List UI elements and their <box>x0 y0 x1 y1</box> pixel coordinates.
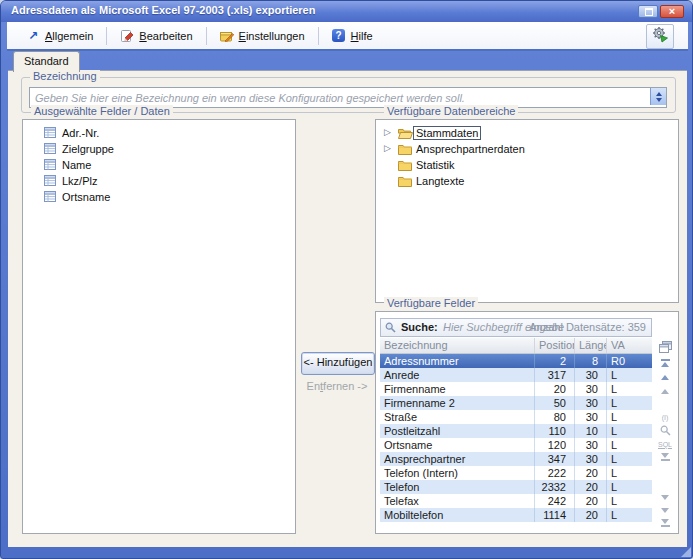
remove-button[interactable]: Entfernen -> <box>301 380 373 396</box>
restore-icon <box>645 8 653 16</box>
cell-position: 222 <box>535 466 575 480</box>
field-row[interactable]: Adressnummer28R0 <box>380 354 652 368</box>
column-header-bezeichnung[interactable]: Bezeichnung <box>380 338 535 353</box>
cell-bezeichnung: Telefon <box>380 480 535 494</box>
cell-position: 242 <box>535 494 575 508</box>
tab-standard[interactable]: Standard <box>13 51 80 72</box>
field-row[interactable]: Anrede31730L <box>380 368 652 382</box>
restore-button[interactable] <box>638 5 658 18</box>
cell-va: L <box>607 466 652 480</box>
selected-field-item[interactable]: Name <box>23 157 295 173</box>
cell-bezeichnung: Straße <box>380 410 535 424</box>
search-label: Suche: <box>401 321 438 333</box>
field-row[interactable]: Telefax24220L <box>380 494 652 508</box>
sql-icon[interactable]: SQL <box>657 438 673 451</box>
grid-side-toolbar: (I) SQL <box>655 338 677 530</box>
bezeichnung-spinner[interactable] <box>650 88 666 105</box>
available-fields-panel: Verfügbare Felder Suche: Hier Suchbegrif… <box>375 311 679 534</box>
tree-item[interactable]: Langtexte <box>376 174 678 190</box>
cell-bezeichnung: Firmenname 2 <box>380 396 535 410</box>
cell-laenge: 30 <box>575 368 607 382</box>
field-row[interactable]: Firmenname2030L <box>380 382 652 396</box>
cell-position: 20 <box>535 382 575 396</box>
tree-item[interactable]: Statistik <box>376 158 678 174</box>
cell-bezeichnung: Ortsname <box>380 438 535 452</box>
hilfe-icon: ? <box>332 29 346 43</box>
move-last-icon[interactable] <box>657 517 673 530</box>
field-row[interactable]: Telefon233220L <box>380 480 652 494</box>
selected-field-label: Zielgruppe <box>62 143 114 155</box>
selected-field-label: Ortsname <box>62 191 110 203</box>
available-fields-label: Verfügbare Felder <box>384 297 478 309</box>
cell-laenge: 10 <box>575 424 607 438</box>
menu-einstellungen[interactable]: Einstellungen <box>209 24 316 48</box>
tree-item[interactable]: ▷Stammdaten <box>376 126 678 142</box>
cell-laenge: 20 <box>575 494 607 508</box>
allgemein-icon: ↗ <box>26 29 40 43</box>
filter-icon[interactable] <box>657 451 673 464</box>
expander-icon[interactable]: ▷ <box>384 143 394 153</box>
resize-grip[interactable] <box>681 547 691 557</box>
field-row[interactable]: Ansprechpartner34730L <box>380 452 652 466</box>
page-up-icon[interactable] <box>657 385 673 398</box>
selected-field-item[interactable]: Lkz/Plz <box>23 173 295 189</box>
folder-icon <box>398 176 412 189</box>
field-grid-icon <box>44 191 56 204</box>
selected-field-item[interactable]: Zielgruppe <box>23 141 295 157</box>
content-area: Bezeichnung Ausgewählte Felder / Daten A… <box>8 70 687 547</box>
search-input[interactable]: Suche: Hier Suchbegriff eingebe Anzahl D… <box>380 318 652 337</box>
move-first-icon[interactable] <box>657 356 673 369</box>
run-export-button[interactable] <box>646 24 674 49</box>
cell-position: 2 <box>535 354 575 368</box>
menu-hilfe[interactable]: ?Hilfe <box>321 24 384 48</box>
field-row[interactable]: Telefon (Intern)22220L <box>380 466 652 480</box>
column-header-position[interactable]: Position <box>535 338 575 353</box>
selected-field-label: Lkz/Plz <box>62 175 97 187</box>
add-button[interactable]: <- Hinzufügen <box>301 352 375 375</box>
tree-item[interactable]: ▷Ansprechpartnerdaten <box>376 142 678 158</box>
cell-va: L <box>607 368 652 382</box>
cell-position: 2332 <box>535 480 575 494</box>
menu-allgemein[interactable]: ↗Allgemein <box>15 24 104 48</box>
bracket-filter-icon[interactable]: (I) <box>657 411 673 424</box>
einstellungen-icon <box>220 29 234 43</box>
titlebar[interactable]: Adressdaten als Microsoft Excel 97-2003 … <box>1 1 692 22</box>
move-up-icon[interactable] <box>657 371 673 384</box>
cell-va: L <box>607 452 652 466</box>
field-grid-icon <box>44 159 56 172</box>
spinner-down-icon <box>656 98 662 102</box>
cell-position: 80 <box>535 410 575 424</box>
cell-va: L <box>607 480 652 494</box>
field-grid-icon <box>44 175 56 188</box>
page-down-icon[interactable] <box>657 491 673 504</box>
column-header-va[interactable]: VA <box>607 338 652 353</box>
field-row[interactable]: Firmenname 25030L <box>380 396 652 410</box>
menu-bearbeiten[interactable]: Bearbeiten <box>109 24 203 48</box>
field-row[interactable]: Ortsname12030L <box>380 438 652 452</box>
selected-field-item[interactable]: Adr.-Nr. <box>23 125 295 141</box>
tree-item-label: Statistik <box>416 159 455 171</box>
tree-item-label: Stammdaten <box>413 126 481 140</box>
field-row[interactable]: Mobiltelefon111420L <box>380 508 652 522</box>
selected-fields-list: Ausgewählte Felder / Daten Adr.-Nr.Zielg… <box>22 119 296 534</box>
cell-position: 347 <box>535 452 575 466</box>
expander-icon[interactable]: ▷ <box>384 127 394 137</box>
cell-va: L <box>607 382 652 396</box>
search-grid-icon[interactable] <box>657 424 673 437</box>
grid-header: Bezeichnung Position Länge VA <box>380 338 652 354</box>
column-chooser-icon[interactable] <box>657 340 673 353</box>
menu-separator <box>318 27 319 45</box>
cell-laenge: 30 <box>575 452 607 466</box>
cell-va: L <box>607 424 652 438</box>
field-row[interactable]: Straße8030L <box>380 410 652 424</box>
cell-position: 50 <box>535 396 575 410</box>
move-down-icon[interactable] <box>657 504 673 517</box>
cell-laenge: 20 <box>575 508 607 522</box>
cell-bezeichnung: Adressnummer <box>380 354 535 368</box>
column-header-laenge[interactable]: Länge <box>575 338 607 353</box>
menu-label: Allgemein <box>45 30 93 42</box>
field-row[interactable]: Postleitzahl11010L <box>380 424 652 438</box>
close-button[interactable]: × <box>660 5 684 18</box>
selected-field-item[interactable]: Ortsname <box>23 189 295 205</box>
cell-laenge: 30 <box>575 410 607 424</box>
